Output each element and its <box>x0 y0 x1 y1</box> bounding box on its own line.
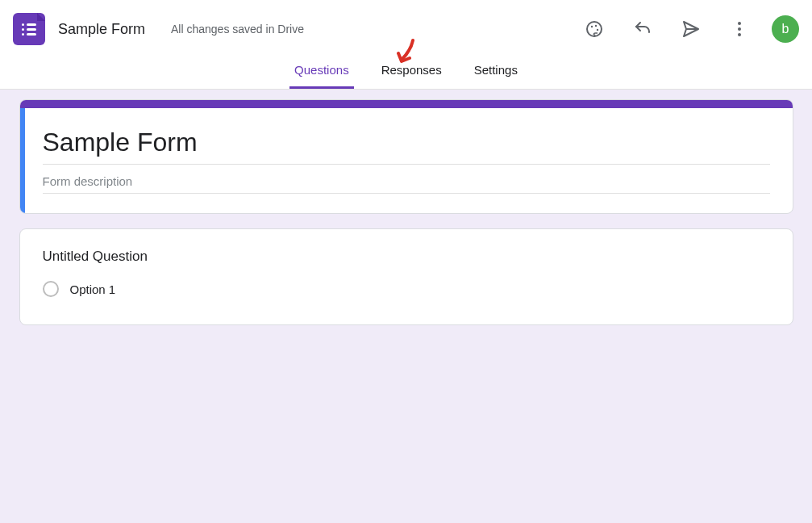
save-status-text: All changes saved in Drive <box>171 23 304 36</box>
form-title-input[interactable] <box>43 124 770 165</box>
tab-questions[interactable]: Questions <box>289 52 354 89</box>
svg-point-2 <box>595 25 597 27</box>
question-title[interactable]: Untitled Question <box>43 249 770 265</box>
tab-responses[interactable]: Responses <box>377 52 447 89</box>
svg-point-6 <box>738 27 741 31</box>
form-description-input[interactable] <box>43 165 770 194</box>
option-label[interactable]: Option 1 <box>70 282 116 296</box>
forms-logo-icon[interactable] <box>13 13 45 45</box>
more-vert-icon <box>730 19 749 39</box>
send-icon <box>681 19 701 39</box>
form-name[interactable]: Sample Form <box>58 21 145 38</box>
header-bar: Sample Form All changes saved in Drive <box>0 0 812 52</box>
svg-point-3 <box>597 29 598 31</box>
more-options-button[interactable] <box>723 13 756 45</box>
svg-point-1 <box>591 26 593 27</box>
account-avatar[interactable]: b <box>772 15 799 43</box>
customize-theme-button[interactable] <box>578 13 610 45</box>
form-canvas: Untitled Question Option 1 <box>0 90 812 523</box>
undo-icon <box>633 19 652 39</box>
palette-icon <box>585 19 604 39</box>
send-button[interactable] <box>675 13 707 45</box>
question-card[interactable]: Untitled Question Option 1 <box>19 228 793 325</box>
tab-settings[interactable]: Settings <box>469 52 523 89</box>
svg-point-5 <box>738 22 741 25</box>
option-row[interactable]: Option 1 <box>43 281 770 297</box>
form-header-card[interactable] <box>19 99 793 214</box>
header-actions: b <box>578 13 799 45</box>
undo-button[interactable] <box>627 13 659 45</box>
radio-icon <box>43 281 59 297</box>
tabs-bar: Questions Responses Settings <box>0 52 812 90</box>
svg-point-7 <box>738 33 741 36</box>
